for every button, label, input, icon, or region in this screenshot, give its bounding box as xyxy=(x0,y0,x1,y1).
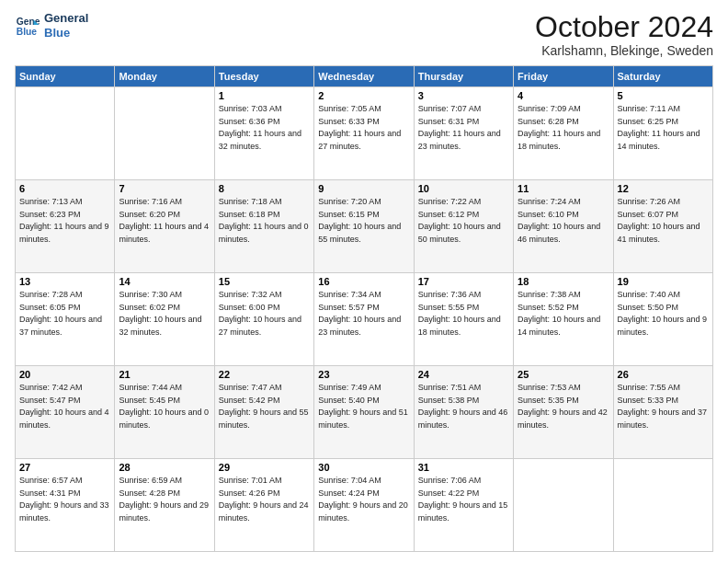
day-info: Sunrise: 7:49 AMSunset: 5:40 PMDaylight:… xyxy=(318,382,409,431)
calendar-cell xyxy=(514,459,613,552)
day-info: Sunrise: 7:53 AMSunset: 5:35 PMDaylight:… xyxy=(518,382,609,431)
day-number: 6 xyxy=(19,183,110,194)
calendar-cell: 19 Sunrise: 7:40 AMSunset: 5:50 PMDaylig… xyxy=(613,273,712,366)
day-header-wednesday: Wednesday xyxy=(314,66,414,87)
calendar-cell: 14 Sunrise: 7:30 AMSunset: 6:02 PMDaylig… xyxy=(115,273,214,366)
calendar-table: SundayMondayTuesdayWednesdayThursdayFrid… xyxy=(15,65,713,552)
header: General Blue General Blue October 2024 K… xyxy=(15,11,713,58)
day-header-monday: Monday xyxy=(115,66,214,87)
page: General Blue General Blue October 2024 K… xyxy=(0,0,728,563)
day-number: 12 xyxy=(618,183,709,194)
day-info: Sunrise: 7:40 AMSunset: 5:50 PMDaylight:… xyxy=(618,289,709,339)
day-info: Sunrise: 7:11 AMSunset: 6:25 PMDaylight:… xyxy=(618,103,709,153)
day-info: Sunrise: 7:34 AMSunset: 5:57 PMDaylight:… xyxy=(318,289,409,339)
calendar-cell: 27 Sunrise: 6:57 AMSunset: 4:31 PMDaylig… xyxy=(16,459,115,552)
day-header-tuesday: Tuesday xyxy=(214,66,313,87)
week-row-5: 27 Sunrise: 6:57 AMSunset: 4:31 PMDaylig… xyxy=(16,459,713,552)
calendar-cell: 13 Sunrise: 7:28 AMSunset: 6:05 PMDaylig… xyxy=(16,273,115,366)
calendar-cell: 17 Sunrise: 7:36 AMSunset: 5:55 PMDaylig… xyxy=(414,273,513,366)
day-info: Sunrise: 7:01 AMSunset: 4:26 PMDaylight:… xyxy=(219,475,310,524)
day-number: 21 xyxy=(119,369,210,380)
day-info: Sunrise: 7:07 AMSunset: 6:31 PMDaylight:… xyxy=(418,103,509,153)
calendar-cell: 3 Sunrise: 7:07 AMSunset: 6:31 PMDayligh… xyxy=(414,87,513,180)
day-info: Sunrise: 7:47 AMSunset: 5:42 PMDaylight:… xyxy=(219,382,310,431)
calendar-cell xyxy=(613,459,712,552)
calendar-cell: 26 Sunrise: 7:55 AMSunset: 5:33 PMDaylig… xyxy=(613,366,712,459)
day-number: 19 xyxy=(618,276,709,287)
calendar-cell: 18 Sunrise: 7:38 AMSunset: 5:52 PMDaylig… xyxy=(514,273,613,366)
calendar-cell: 2 Sunrise: 7:05 AMSunset: 6:33 PMDayligh… xyxy=(314,87,414,180)
day-info: Sunrise: 7:51 AMSunset: 5:38 PMDaylight:… xyxy=(418,382,509,431)
calendar-cell: 6 Sunrise: 7:13 AMSunset: 6:23 PMDayligh… xyxy=(16,180,115,273)
day-header-sunday: Sunday xyxy=(16,66,115,87)
day-info: Sunrise: 7:16 AMSunset: 6:20 PMDaylight:… xyxy=(119,196,210,246)
subtitle: Karlshamn, Blekinge, Sweden xyxy=(535,43,713,58)
title-block: October 2024 Karlshamn, Blekinge, Sweden xyxy=(535,11,713,58)
day-number: 27 xyxy=(19,462,110,473)
day-number: 31 xyxy=(418,462,509,473)
svg-text:General: General xyxy=(17,17,40,27)
calendar-cell: 24 Sunrise: 7:51 AMSunset: 5:38 PMDaylig… xyxy=(414,366,513,459)
calendar-cell: 28 Sunrise: 6:59 AMSunset: 4:28 PMDaylig… xyxy=(115,459,214,552)
calendar-cell: 8 Sunrise: 7:18 AMSunset: 6:18 PMDayligh… xyxy=(214,180,313,273)
calendar-cell: 4 Sunrise: 7:09 AMSunset: 6:28 PMDayligh… xyxy=(514,87,613,180)
day-info: Sunrise: 6:59 AMSunset: 4:28 PMDaylight:… xyxy=(119,475,210,524)
calendar-cell: 12 Sunrise: 7:26 AMSunset: 6:07 PMDaylig… xyxy=(613,180,712,273)
day-header-saturday: Saturday xyxy=(613,66,712,87)
week-row-3: 13 Sunrise: 7:28 AMSunset: 6:05 PMDaylig… xyxy=(16,273,713,366)
day-header-friday: Friday xyxy=(514,66,613,87)
day-info: Sunrise: 7:55 AMSunset: 5:33 PMDaylight:… xyxy=(618,382,709,431)
day-number: 11 xyxy=(518,183,609,194)
day-number: 1 xyxy=(219,90,310,101)
day-info: Sunrise: 7:06 AMSunset: 4:22 PMDaylight:… xyxy=(418,475,509,524)
calendar-cell: 21 Sunrise: 7:44 AMSunset: 5:45 PMDaylig… xyxy=(115,366,214,459)
logo-text-blue: Blue xyxy=(44,26,88,40)
calendar-cell: 1 Sunrise: 7:03 AMSunset: 6:36 PMDayligh… xyxy=(214,87,313,180)
day-info: Sunrise: 7:18 AMSunset: 6:18 PMDaylight:… xyxy=(219,196,310,246)
day-info: Sunrise: 7:28 AMSunset: 6:05 PMDaylight:… xyxy=(19,289,110,339)
day-number: 30 xyxy=(318,462,409,473)
day-header-thursday: Thursday xyxy=(414,66,513,87)
day-number: 14 xyxy=(119,276,210,287)
day-number: 2 xyxy=(318,90,409,101)
day-number: 4 xyxy=(518,90,609,101)
day-number: 16 xyxy=(318,276,409,287)
calendar-cell: 7 Sunrise: 7:16 AMSunset: 6:20 PMDayligh… xyxy=(115,180,214,273)
day-info: Sunrise: 7:09 AMSunset: 6:28 PMDaylight:… xyxy=(518,103,609,153)
calendar-cell: 16 Sunrise: 7:34 AMSunset: 5:57 PMDaylig… xyxy=(314,273,414,366)
day-info: Sunrise: 7:30 AMSunset: 6:02 PMDaylight:… xyxy=(119,289,210,339)
day-info: Sunrise: 7:32 AMSunset: 6:00 PMDaylight:… xyxy=(219,289,310,339)
logo-text-general: General xyxy=(44,11,88,26)
calendar-cell: 30 Sunrise: 7:04 AMSunset: 4:24 PMDaylig… xyxy=(314,459,414,552)
day-number: 18 xyxy=(518,276,609,287)
week-row-4: 20 Sunrise: 7:42 AMSunset: 5:47 PMDaylig… xyxy=(16,366,713,459)
logo-icon: General Blue xyxy=(15,13,40,39)
day-number: 23 xyxy=(318,369,409,380)
day-info: Sunrise: 7:24 AMSunset: 6:10 PMDaylight:… xyxy=(518,196,609,246)
day-info: Sunrise: 7:20 AMSunset: 6:15 PMDaylight:… xyxy=(318,196,409,246)
calendar-cell: 29 Sunrise: 7:01 AMSunset: 4:26 PMDaylig… xyxy=(214,459,313,552)
day-number: 7 xyxy=(119,183,210,194)
day-info: Sunrise: 6:57 AMSunset: 4:31 PMDaylight:… xyxy=(19,475,110,524)
day-info: Sunrise: 7:42 AMSunset: 5:47 PMDaylight:… xyxy=(19,382,110,431)
calendar-cell: 5 Sunrise: 7:11 AMSunset: 6:25 PMDayligh… xyxy=(613,87,712,180)
day-number: 22 xyxy=(219,369,310,380)
calendar-cell: 11 Sunrise: 7:24 AMSunset: 6:10 PMDaylig… xyxy=(514,180,613,273)
day-info: Sunrise: 7:38 AMSunset: 5:52 PMDaylight:… xyxy=(518,289,609,339)
day-number: 20 xyxy=(19,369,110,380)
calendar-cell: 25 Sunrise: 7:53 AMSunset: 5:35 PMDaylig… xyxy=(514,366,613,459)
logo: General Blue General Blue xyxy=(15,11,88,40)
day-info: Sunrise: 7:44 AMSunset: 5:45 PMDaylight:… xyxy=(119,382,210,431)
day-number: 17 xyxy=(418,276,509,287)
calendar-cell: 23 Sunrise: 7:49 AMSunset: 5:40 PMDaylig… xyxy=(314,366,414,459)
calendar-cell xyxy=(115,87,214,180)
calendar-header-row: SundayMondayTuesdayWednesdayThursdayFrid… xyxy=(16,66,713,87)
day-number: 24 xyxy=(418,369,509,380)
calendar-cell: 10 Sunrise: 7:22 AMSunset: 6:12 PMDaylig… xyxy=(414,180,513,273)
day-number: 29 xyxy=(219,462,310,473)
day-number: 10 xyxy=(418,183,509,194)
day-number: 28 xyxy=(119,462,210,473)
calendar-cell: 15 Sunrise: 7:32 AMSunset: 6:00 PMDaylig… xyxy=(214,273,313,366)
calendar-cell: 31 Sunrise: 7:06 AMSunset: 4:22 PMDaylig… xyxy=(414,459,513,552)
day-info: Sunrise: 7:26 AMSunset: 6:07 PMDaylight:… xyxy=(618,196,709,246)
